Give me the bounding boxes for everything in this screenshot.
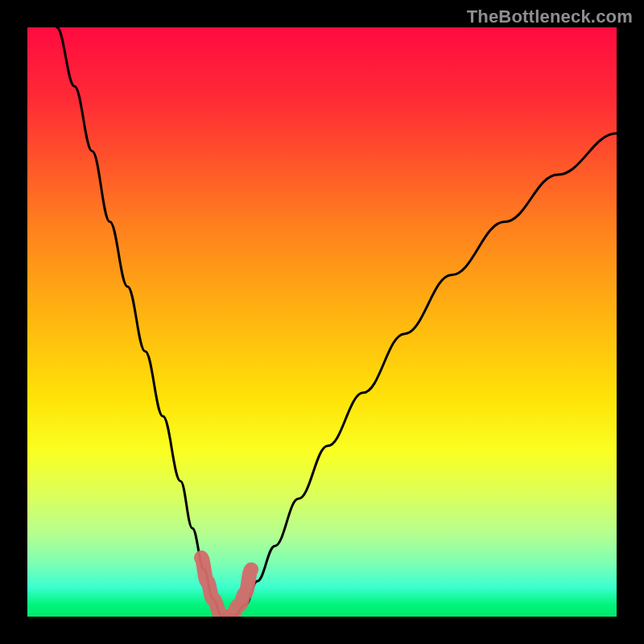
bottleneck-curve — [57, 27, 617, 617]
chart-frame: TheBottleneck.com — [0, 0, 644, 644]
watermark-text: TheBottleneck.com — [467, 6, 633, 27]
curve-layer — [27, 27, 617, 617]
plot-area — [27, 27, 617, 617]
highlight-band — [201, 558, 251, 617]
